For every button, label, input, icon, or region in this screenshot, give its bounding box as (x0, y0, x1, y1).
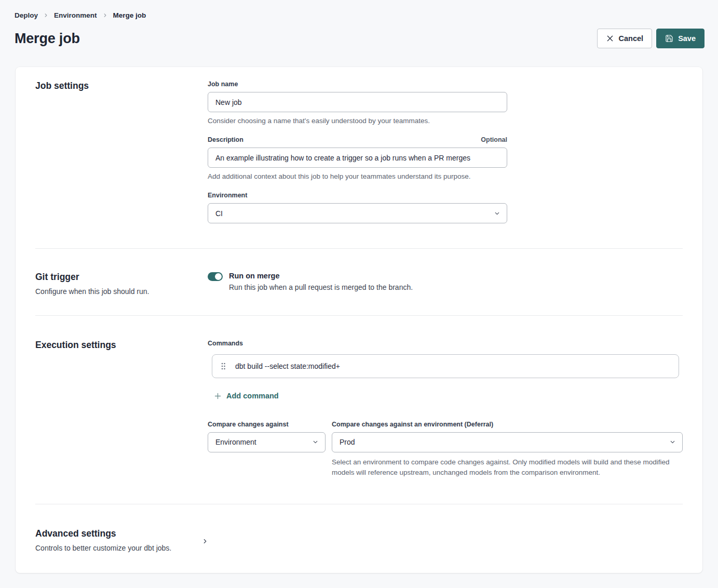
add-command-button[interactable]: Add command (214, 392, 279, 400)
header-actions: Cancel Save (597, 29, 705, 48)
job-name-helper: Consider choosing a name that's easily u… (208, 117, 507, 125)
settings-card: Job settings Job name Consider choosing … (16, 67, 702, 573)
environment-label: Environment (208, 192, 247, 199)
toggle-knob (215, 273, 222, 280)
section-advanced-settings[interactable]: Advanced settings Controls to better cus… (35, 504, 683, 573)
section-git-trigger: Git trigger Configure when this job shou… (35, 249, 683, 315)
description-label: Description (208, 136, 243, 143)
chevron-down-icon (669, 439, 676, 446)
page-title: Merge job (15, 31, 80, 47)
deferral-select[interactable]: Prod (332, 432, 683, 452)
close-icon (606, 34, 614, 43)
run-on-merge-toggle[interactable] (208, 272, 223, 281)
advanced-settings-subheading: Controls to better customize your dbt jo… (35, 544, 171, 552)
save-icon (665, 34, 673, 43)
run-on-merge-description: Run this job when a pull request is merg… (229, 283, 413, 291)
git-trigger-subheading: Configure when this job should run. (35, 287, 208, 296)
save-button[interactable]: Save (656, 29, 705, 48)
save-button-label: Save (678, 34, 696, 43)
command-text: dbt build --select state:modified+ (235, 362, 340, 370)
deferral-select-value: Prod (340, 438, 355, 446)
chevron-down-icon (494, 210, 500, 217)
top-bar: Deploy Environment Merge job Merge job C… (0, 0, 718, 48)
job-name-input[interactable] (208, 92, 507, 112)
breadcrumb-item-environment[interactable]: Environment (54, 11, 97, 19)
optional-badge: Optional (481, 136, 507, 143)
section-execution-settings: Execution settings Commands dbt build --… (35, 316, 683, 504)
environment-select-value: CI (215, 209, 223, 218)
cancel-button-label: Cancel (619, 34, 644, 43)
chevron-right-icon[interactable] (201, 538, 209, 545)
run-on-merge-label: Run on merge (229, 272, 413, 280)
advanced-settings-heading: Advanced settings (35, 528, 171, 539)
execution-settings-heading: Execution settings (35, 340, 208, 351)
breadcrumb: Deploy Environment Merge job (15, 11, 705, 19)
deferral-label: Compare changes against an environment (… (332, 421, 683, 428)
drag-handle-icon[interactable] (221, 362, 226, 370)
compare-against-select[interactable]: Environment (208, 432, 326, 452)
section-job-settings: Job settings Job name Consider choosing … (35, 67, 683, 248)
chevron-down-icon (312, 439, 319, 446)
cancel-button[interactable]: Cancel (597, 29, 653, 48)
job-name-label: Job name (208, 81, 238, 88)
description-input[interactable] (208, 148, 507, 168)
commands-label: Commands (208, 340, 683, 347)
compare-against-select-value: Environment (215, 438, 256, 446)
job-settings-heading: Job settings (35, 81, 208, 91)
compare-against-label: Compare changes against (208, 421, 326, 428)
chevron-right-icon (43, 12, 49, 18)
command-row[interactable]: dbt build --select state:modified+ (212, 354, 679, 378)
deferral-helper: Select an environment to compare code ch… (332, 457, 672, 478)
plus-icon (214, 392, 222, 400)
breadcrumb-item-merge-job: Merge job (113, 11, 146, 19)
git-trigger-heading: Git trigger (35, 272, 208, 283)
environment-select[interactable]: CI (208, 203, 507, 223)
breadcrumb-item-deploy[interactable]: Deploy (15, 11, 38, 19)
description-helper: Add additional context about this job to… (208, 172, 507, 180)
chevron-right-icon (102, 12, 108, 18)
add-command-label: Add command (226, 392, 279, 400)
